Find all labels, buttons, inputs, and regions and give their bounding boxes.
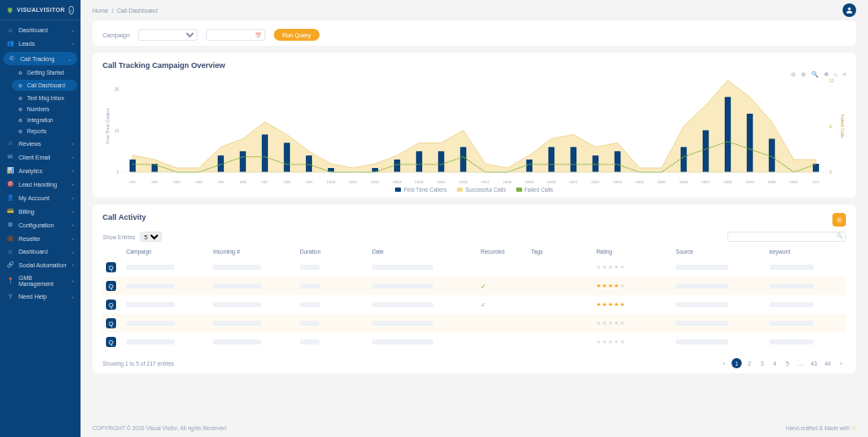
user-avatar[interactable] [843,3,856,17]
sidebar-item-configuration[interactable]: ⚙Configuration› [0,218,81,232]
sidebar-item-social-automation[interactable]: 🔗Social Automation› [0,258,81,272]
sidebar-item-lead-handling[interactable]: 🎯Lead Handling› [0,177,81,191]
legend-item[interactable]: Failed Calls [516,187,554,193]
sidebar-item-dashboard[interactable]: ⌂Dashboard› [0,24,81,36]
campaign-select[interactable] [138,29,198,41]
sidebar-item-dashboard[interactable]: ⌂Dashboard› [0,245,81,258]
sidebar-item-call-tracking[interactable]: ✆Call Tracking⌄ [3,52,77,65]
sidebar-item-client-email[interactable]: ✉Client Email› [0,150,81,164]
nav-label: Client Email [19,154,50,160]
menu-icon[interactable]: ≡ [843,71,846,78]
col-header[interactable]: Campaign [123,245,209,258]
row-detail-button[interactable]: Q [106,262,116,272]
rating-stars[interactable]: ★★★★★ [596,264,669,271]
sidebar-item-reseller[interactable]: 💼Reseller› [0,232,81,245]
breadcrumb-home[interactable]: Home [92,8,108,14]
overview-title: Call Tracking Campaign Overview [103,61,846,70]
col-header[interactable]: Source [672,245,766,258]
legend-item[interactable]: First Time Callers [395,187,447,193]
date-range-input[interactable] [206,29,265,41]
svg-text:10/31: 10/31 [789,180,798,184]
svg-rect-39 [813,164,819,172]
nav-label: Analytics [19,168,42,174]
breadcrumb-separator: / [112,8,114,14]
svg-rect-16 [306,155,312,172]
chevron-icon: › [72,209,74,214]
nav-label: Getting Started [27,70,64,76]
zoom-icon[interactable]: 🔍 [811,71,819,78]
col-header[interactable]: Date [369,245,477,258]
col-header[interactable]: Incoming # [209,245,296,258]
rating-stars[interactable]: ★★★★★ [596,283,669,289]
col-header[interactable]: Tags [528,245,593,258]
export-button[interactable]: ⎘ [832,213,846,227]
chevron-icon: › [72,154,74,160]
overview-card: Call Tracking Campaign Overview ⊖ ⊕ 🔍 ✥ … [92,53,856,198]
zoom-out-icon[interactable]: ⊖ [791,71,796,78]
sidebar-toggle-icon[interactable]: ‹ [69,6,74,14]
nav-label: Dashboard [19,27,47,33]
sidebar-item-reviews[interactable]: ☆Reviews› [0,137,81,150]
activity-table: CampaignIncoming #DurationDateRecordedTa… [103,245,846,351]
pager-page[interactable]: 5 [782,358,793,368]
row-detail-button[interactable]: Q [106,318,116,328]
sidebar-subitem-getting-started[interactable]: Getting Started [8,67,81,78]
pager-next[interactable]: › [836,358,846,368]
svg-text:10/13: 10/13 [392,180,402,184]
pager-page[interactable]: 4 [770,358,780,368]
sidebar-item-gmb-management[interactable]: 📍GMB Management› [0,272,81,290]
sidebar-subitem-integration[interactable]: Integration [8,115,81,126]
sidebar-item-leads[interactable]: 👥Leads› [0,36,81,50]
table-row: Q ★★★★★ [103,258,846,277]
nav-icon: 🔗 [7,261,14,268]
legend-item[interactable]: Successful Calls [457,187,506,193]
col-header[interactable]: Recorded [477,245,528,258]
svg-text:10/1: 10/1 [129,180,136,184]
pager-page[interactable]: 43 [809,358,820,368]
activity-search-input[interactable] [727,232,846,242]
home-icon[interactable]: ⌂ [834,71,837,78]
pager-page[interactable]: 3 [757,358,767,368]
sidebar-subitem-call-dashboard[interactable]: Call Dashboard [12,80,77,91]
svg-text:10/4: 10/4 [195,180,203,184]
col-header[interactable]: Duration [297,245,369,258]
svg-rect-35 [725,97,731,172]
pager-page[interactable]: … [795,358,806,368]
sidebar-subitem-numbers[interactable]: Numbers [8,104,81,115]
pager-page[interactable]: 2 [744,358,754,368]
sidebar-subitem-reports[interactable]: Reports [8,126,81,137]
nav-icon: 📊 [7,167,14,174]
rating-stars[interactable]: ★★★★★ [596,339,669,345]
pager-prev[interactable]: ‹ [719,358,729,368]
row-detail-button[interactable]: Q [106,300,116,310]
overview-chart[interactable]: First Time CallersFailed Calls0102006121… [103,75,846,185]
dot-icon [19,97,22,100]
pager-page[interactable]: 44 [822,358,833,368]
pan-icon[interactable]: ✥ [824,71,829,78]
check-icon: ✓ [481,283,487,290]
brand-logo: VISUALVISITOR ‹ [0,0,81,20]
chevron-icon: › [72,294,74,300]
dot-icon [19,130,22,133]
sidebar-nav: ⌂Dashboard›👥Leads›✆Call Tracking⌄Getting… [0,20,81,437]
dot-icon [19,71,22,75]
svg-text:10/23: 10/23 [613,180,622,184]
sidebar-item-analytics[interactable]: 📊Analytics› [0,164,81,177]
nav-label: Need Help [19,294,47,300]
row-detail-button[interactable]: Q [106,337,116,347]
run-query-button[interactable]: Run Query [274,29,320,41]
zoom-in-icon[interactable]: ⊕ [801,71,806,78]
col-header[interactable]: keyword [766,245,846,258]
col-header[interactable]: Rating [593,245,672,258]
sidebar-item-billing[interactable]: 💳Billing› [0,204,81,218]
sidebar-item-need-help[interactable]: ?Need Help› [0,290,81,303]
sidebar-subitem-text-msg-inbox[interactable]: Text Msg Inbox [8,92,81,104]
pager-page[interactable]: 1 [732,358,742,368]
nav-label: Configuration [19,222,54,228]
sidebar-item-my-account[interactable]: 👤My Account› [0,191,81,204]
show-entries-select[interactable]: 5 [140,232,162,242]
row-detail-button[interactable]: Q [106,281,116,291]
rating-stars[interactable]: ★★★★★ [596,301,669,308]
svg-text:10/5: 10/5 [218,180,225,184]
rating-stars[interactable]: ★★★★★ [596,320,669,327]
